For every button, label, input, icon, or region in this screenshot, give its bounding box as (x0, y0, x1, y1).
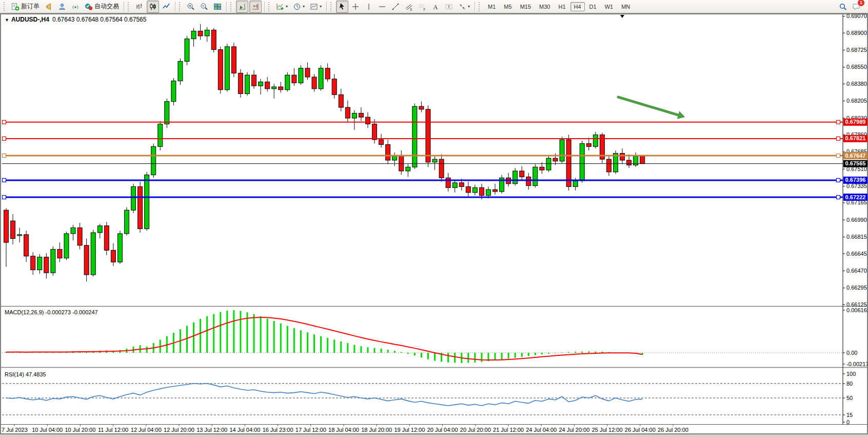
dropdown-caret-icon[interactable]: ▾ (468, 4, 470, 9)
tile-windows-button[interactable] (211, 1, 224, 13)
equidistant-channel-button[interactable]: E (403, 1, 415, 13)
line-chart-button[interactable] (160, 1, 172, 13)
candle[interactable] (586, 144, 591, 147)
timeframe-D1-button[interactable]: D1 (586, 2, 600, 11)
candle[interactable] (231, 47, 236, 73)
dropdown-caret-icon[interactable]: ▾ (320, 4, 322, 9)
candle[interactable] (71, 228, 75, 234)
candle[interactable] (446, 178, 450, 187)
candle[interactable] (406, 167, 410, 171)
candle[interactable] (546, 158, 551, 170)
candle[interactable] (452, 183, 457, 188)
chart-shift-button[interactable] (249, 1, 262, 13)
text-label-button[interactable]: T (443, 1, 455, 13)
dropdown-caret-icon[interactable]: ▾ (303, 4, 305, 9)
candle[interactable] (205, 30, 209, 35)
candle[interactable] (37, 257, 42, 270)
candle[interactable] (145, 175, 149, 229)
cursor-button[interactable] (336, 1, 348, 13)
timeframe-M5-button[interactable]: M5 (500, 2, 515, 11)
candle[interactable] (533, 167, 538, 185)
search-button[interactable] (837, 1, 849, 13)
candle[interactable] (158, 124, 163, 146)
symbol-dropdown-icon[interactable]: ▼ (5, 17, 9, 23)
templates-button[interactable]: ▾ (308, 1, 324, 13)
candle[interactable] (292, 75, 297, 83)
zoom-in-button[interactable] (185, 1, 197, 13)
candle[interactable] (17, 235, 22, 236)
candle[interactable] (553, 158, 558, 161)
indicators-button[interactable]: ▾ (274, 1, 290, 13)
candle[interactable] (24, 235, 29, 256)
candle[interactable] (312, 77, 317, 89)
candle[interactable] (620, 154, 625, 160)
candle[interactable] (325, 68, 330, 79)
crosshair-button[interactable] (349, 1, 362, 13)
horizontal-line-button[interactable] (376, 1, 388, 13)
candle[interactable] (265, 82, 270, 89)
candle[interactable] (466, 186, 470, 192)
line-handle[interactable] (3, 196, 6, 199)
candle[interactable] (560, 140, 564, 161)
chat-button[interactable]: 1 (850, 1, 862, 13)
line-handle[interactable] (3, 178, 6, 182)
candle[interactable] (185, 39, 189, 62)
candle[interactable] (386, 145, 390, 160)
text-button[interactable]: A (429, 1, 442, 13)
candle[interactable] (472, 187, 477, 193)
candle[interactable] (372, 124, 377, 139)
candle[interactable] (299, 68, 303, 83)
candle[interactable] (352, 113, 357, 119)
candle[interactable] (345, 107, 350, 118)
signals-button[interactable] (69, 1, 82, 13)
candle[interactable] (64, 234, 69, 258)
candle[interactable] (419, 106, 424, 109)
chart-canvas[interactable]: 0.690700.689000.687250.685500.683800.682… (1, 14, 867, 434)
candle[interactable] (540, 167, 544, 170)
line-handle[interactable] (3, 137, 6, 140)
candle[interactable] (593, 135, 598, 146)
candle[interactable] (165, 102, 169, 124)
candlestick-chart-button[interactable] (147, 1, 159, 13)
candle[interactable] (285, 75, 290, 90)
autotrading-button[interactable]: 自动交易 (83, 1, 121, 13)
line-handle[interactable] (3, 120, 6, 124)
candle[interactable] (520, 171, 524, 177)
candle[interactable] (486, 189, 490, 195)
candle[interactable] (238, 73, 243, 93)
candle[interactable] (111, 250, 115, 262)
candle[interactable] (198, 31, 203, 36)
candle[interactable] (493, 189, 498, 192)
candle[interactable] (211, 30, 216, 49)
chart-window[interactable]: 0.690700.689000.687250.685500.683800.682… (0, 13, 868, 434)
candle[interactable] (526, 177, 531, 185)
candle[interactable] (124, 210, 129, 234)
line-handle[interactable] (837, 196, 840, 199)
candle[interactable] (259, 82, 263, 86)
candle[interactable] (91, 233, 95, 275)
timeframe-M15-button[interactable]: M15 (517, 2, 535, 11)
candle[interactable] (51, 249, 55, 273)
timeframe-H1-button[interactable]: H1 (555, 2, 569, 11)
timeframe-H4-button[interactable]: H4 (570, 2, 585, 11)
candle[interactable] (359, 113, 363, 118)
chart-title[interactable]: ▼AUDUSD-,H40.67643 0.67648 0.67564 0.675… (5, 16, 146, 23)
dropdown-caret-icon[interactable]: ▾ (286, 4, 288, 9)
candle[interactable] (305, 68, 310, 77)
candle[interactable] (104, 226, 109, 251)
candle[interactable] (151, 146, 156, 175)
auto-scroll-button[interactable] (236, 1, 248, 13)
timeframe-M1-button[interactable]: M1 (484, 2, 499, 11)
candle[interactable] (426, 109, 430, 162)
candle[interactable] (339, 94, 343, 107)
candle[interactable] (479, 187, 484, 195)
candle[interactable] (399, 155, 404, 170)
candle[interactable] (332, 79, 337, 94)
periods-button[interactable]: ▾ (291, 1, 307, 13)
candle[interactable] (191, 31, 196, 39)
new-order-button[interactable]: 新订单 (9, 1, 42, 13)
candle[interactable] (365, 117, 370, 124)
candle[interactable] (138, 186, 143, 229)
candle[interactable] (4, 210, 9, 242)
candle[interactable] (573, 181, 578, 186)
